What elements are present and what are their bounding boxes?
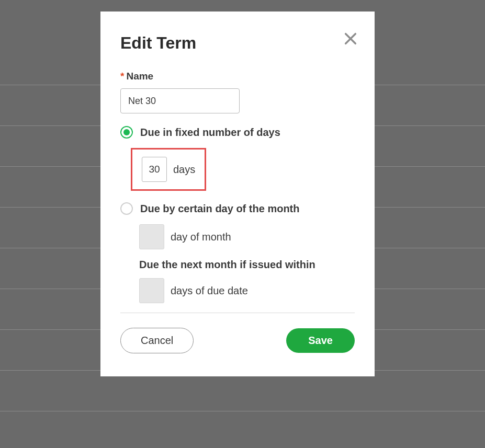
next-month-label: Due the next month if issued within xyxy=(139,259,355,271)
modal-title: Edit Term xyxy=(120,33,355,53)
edit-term-modal: Edit Term *Name Due in fixed number of d… xyxy=(100,12,375,376)
name-input[interactable] xyxy=(120,88,240,113)
name-label-text: Name xyxy=(126,71,153,82)
radio-day-of-month-label: Due by certain day of the month xyxy=(140,203,299,215)
due-date-days-input[interactable] xyxy=(139,278,164,303)
save-button[interactable]: Save xyxy=(286,328,355,353)
days-input[interactable] xyxy=(142,157,167,182)
radio-fixed-days-label: Due in fixed number of days xyxy=(140,127,280,139)
required-indicator: * xyxy=(120,71,124,82)
radio-option-fixed-days[interactable]: Due in fixed number of days xyxy=(120,126,355,139)
cancel-button[interactable]: Cancel xyxy=(120,328,194,353)
name-label: *Name xyxy=(120,71,355,82)
next-month-row: days of due date xyxy=(139,278,355,303)
button-row: Cancel Save xyxy=(120,328,355,353)
days-highlight-box: days xyxy=(131,148,206,191)
day-of-month-suffix: day of month xyxy=(171,231,231,243)
day-of-month-input[interactable] xyxy=(139,224,164,249)
radio-fixed-days[interactable] xyxy=(120,126,133,139)
radio-day-of-month[interactable] xyxy=(120,202,133,215)
day-of-month-row: day of month xyxy=(139,224,355,249)
radio-option-day-of-month[interactable]: Due by certain day of the month xyxy=(120,202,355,215)
divider xyxy=(120,313,355,313)
close-icon[interactable] xyxy=(343,31,358,46)
day-of-month-sub-block: day of month Due the next month if issue… xyxy=(139,224,355,303)
due-date-days-suffix: days of due date xyxy=(171,285,248,297)
days-suffix: days xyxy=(173,164,195,176)
